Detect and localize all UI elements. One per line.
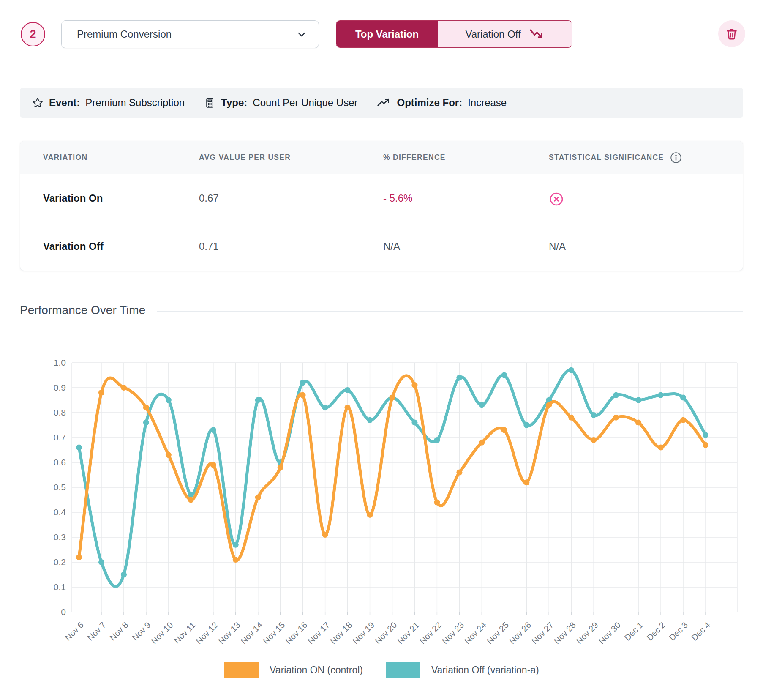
svg-text:0.5: 0.5: [54, 482, 66, 492]
significance-value: N/A: [549, 241, 743, 252]
svg-text:Dec 2: Dec 2: [645, 620, 667, 643]
info-icon[interactable]: [670, 151, 682, 164]
type-label: Type:: [221, 97, 247, 109]
not-significant-icon: [549, 191, 743, 207]
svg-text:Nov 13: Nov 13: [216, 620, 242, 645]
calculator-icon: [204, 97, 215, 109]
column-header-significance: STATISTICAL SIGNIFICANCE: [549, 151, 743, 164]
svg-text:Nov 27: Nov 27: [530, 620, 555, 645]
difference-value: N/A: [383, 241, 549, 252]
step-number-badge: 2: [21, 22, 45, 46]
svg-text:Nov 21: Nov 21: [395, 620, 421, 645]
variation-name: Variation Off: [20, 241, 199, 252]
type-value: Count Per Unique User: [253, 97, 357, 109]
variation-off-tab[interactable]: Variation Off: [438, 21, 572, 47]
svg-text:0.7: 0.7: [54, 432, 66, 442]
svg-text:0.6: 0.6: [54, 457, 66, 467]
performance-chart: 00.10.20.30.40.50.60.70.80.91.0Nov 6Nov …: [0, 355, 763, 658]
column-header-avg-value: AVG VALUE PER USER: [199, 153, 383, 162]
avg-value: 0.67: [199, 192, 383, 204]
event-summary-bar: Event: Premium Subscription Type: Count …: [20, 88, 743, 118]
metric-dropdown-label: Premium Conversion: [77, 28, 172, 40]
svg-text:Nov 16: Nov 16: [283, 620, 309, 645]
chevron-down-icon: [296, 28, 308, 40]
optimize-value: Increase: [468, 97, 507, 109]
results-table: VARIATION AVG VALUE PER USER % DIFFERENC…: [20, 141, 743, 271]
legend-item[interactable]: Variation Off (variation-a): [386, 662, 539, 678]
trash-icon: [725, 27, 738, 41]
svg-text:Nov 23: Nov 23: [440, 620, 466, 645]
svg-text:0: 0: [61, 607, 66, 617]
section-title: Performance Over Time: [20, 304, 145, 317]
svg-text:Dec 3: Dec 3: [667, 620, 689, 643]
svg-text:0.3: 0.3: [54, 532, 66, 542]
event-value: Premium Subscription: [85, 97, 185, 109]
svg-text:0.8: 0.8: [54, 407, 66, 417]
svg-text:Nov 24: Nov 24: [463, 620, 488, 645]
metric-dropdown[interactable]: Premium Conversion: [61, 20, 319, 48]
svg-text:Dec 4: Dec 4: [689, 620, 712, 643]
top-variation-tab[interactable]: Top Variation: [336, 21, 438, 47]
legend-swatch: [224, 662, 259, 678]
svg-text:0.2: 0.2: [54, 557, 66, 567]
svg-text:Nov 30: Nov 30: [597, 620, 622, 645]
svg-text:Nov 12: Nov 12: [194, 620, 219, 645]
event-label: Event:: [49, 97, 80, 109]
svg-text:1.0: 1.0: [54, 358, 66, 367]
legend-label: Variation Off (variation-a): [431, 664, 539, 676]
delete-metric-button[interactable]: [718, 20, 745, 47]
svg-text:Nov 20: Nov 20: [373, 620, 398, 645]
svg-text:Nov 19: Nov 19: [351, 620, 376, 645]
trending-down-icon: [529, 29, 545, 40]
svg-text:Nov 14: Nov 14: [239, 620, 264, 645]
svg-text:0.1: 0.1: [54, 582, 66, 592]
star-icon: [32, 97, 44, 109]
table-header-row: VARIATION AVG VALUE PER USER % DIFFERENC…: [20, 141, 743, 174]
svg-text:Nov 15: Nov 15: [261, 620, 286, 645]
svg-text:0.9: 0.9: [54, 383, 66, 392]
significance-cell: [549, 190, 743, 207]
svg-text:Nov 8: Nov 8: [108, 620, 130, 643]
svg-text:Dec 1: Dec 1: [622, 620, 645, 643]
svg-text:Nov 28: Nov 28: [552, 620, 578, 645]
variation-name: Variation On: [20, 192, 199, 204]
chart-legend: Variation ON (control)Variation Off (var…: [0, 662, 763, 678]
svg-text:Nov 29: Nov 29: [575, 620, 600, 645]
legend-label: Variation ON (control): [270, 664, 363, 676]
column-header-variation: VARIATION: [20, 153, 199, 162]
svg-text:Nov 10: Nov 10: [149, 620, 174, 645]
svg-text:Nov 25: Nov 25: [485, 620, 510, 645]
variation-toggle: Top Variation Variation Off: [336, 20, 572, 48]
avg-value: 0.71: [199, 241, 383, 252]
optimize-label: Optimize For:: [397, 97, 462, 109]
svg-text:Nov 11: Nov 11: [172, 620, 197, 645]
table-row: Variation Off 0.71 N/A N/A: [20, 222, 743, 271]
svg-text:Nov 6: Nov 6: [63, 620, 85, 643]
svg-text:Nov 18: Nov 18: [328, 620, 354, 645]
svg-text:Nov 22: Nov 22: [418, 620, 443, 645]
difference-value: - 5.6%: [383, 192, 549, 204]
svg-text:Nov 7: Nov 7: [85, 620, 108, 643]
legend-item[interactable]: Variation ON (control): [224, 662, 363, 678]
legend-swatch: [386, 662, 420, 678]
svg-text:Nov 17: Nov 17: [306, 620, 331, 645]
section-divider: [157, 311, 743, 312]
table-row: Variation On 0.67 - 5.6%: [20, 174, 743, 222]
svg-text:Nov 26: Nov 26: [507, 620, 533, 645]
trending-up-icon: [377, 98, 391, 107]
variation-off-tab-label: Variation Off: [465, 28, 520, 40]
svg-text:0.4: 0.4: [54, 507, 66, 517]
column-header-difference: % DIFFERENCE: [383, 153, 549, 162]
